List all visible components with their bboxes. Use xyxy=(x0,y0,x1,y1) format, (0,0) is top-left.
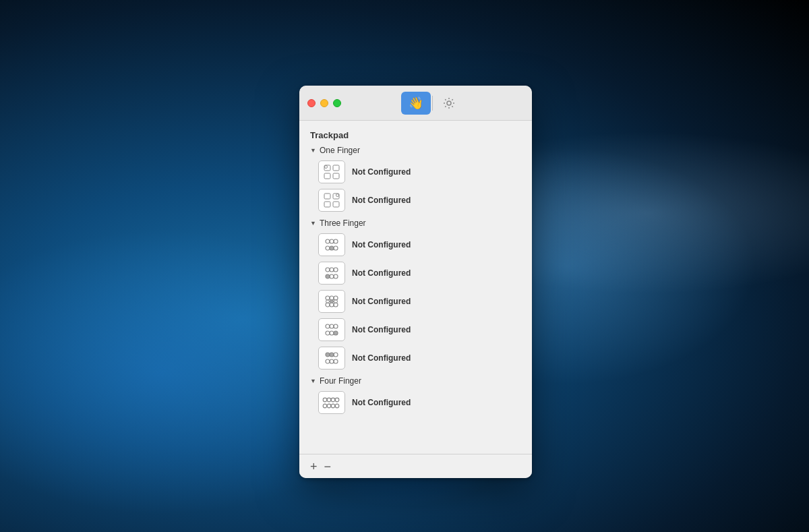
group-header-one-finger[interactable]: ▼ One Finger xyxy=(299,142,532,158)
svg-point-50 xyxy=(331,404,335,408)
gesture-icon-of-2 xyxy=(318,189,345,212)
group-label-one-finger: One Finger xyxy=(320,146,360,155)
group-header-three-finger[interactable]: ▼ Three Finger xyxy=(299,214,532,231)
three-bottom-icon xyxy=(322,349,342,367)
gesture-item-of-2[interactable]: Not Configured xyxy=(299,186,532,214)
svg-point-13 xyxy=(334,239,338,243)
svg-point-51 xyxy=(335,404,339,408)
triangle-icon-four: ▼ xyxy=(310,378,316,384)
svg-point-17 xyxy=(326,268,330,272)
gesture-label-tf-4: Not Configured xyxy=(352,325,411,334)
svg-point-22 xyxy=(334,274,338,278)
svg-point-21 xyxy=(330,274,334,278)
svg-point-38 xyxy=(326,353,330,357)
toolbar-divider xyxy=(432,96,433,111)
add-button[interactable]: + xyxy=(309,461,319,473)
gesture-label-of-2: Not Configured xyxy=(352,196,411,205)
one-finger-tl-icon xyxy=(323,164,340,180)
svg-rect-5 xyxy=(333,173,339,179)
svg-rect-9 xyxy=(324,202,330,207)
svg-point-37 xyxy=(334,331,338,335)
content-area: Trackpad ▼ One Finger Not Configur xyxy=(299,121,532,454)
gesture-item-tf-5[interactable]: Not Configured xyxy=(299,344,532,372)
gesture-item-of-1[interactable]: Not Configured xyxy=(299,158,532,186)
preferences-button[interactable] xyxy=(434,92,464,115)
gesture-label-of-1: Not Configured xyxy=(352,167,411,177)
gesture-label-ff-1: Not Configured xyxy=(352,398,411,407)
svg-point-43 xyxy=(334,359,338,363)
svg-rect-3 xyxy=(333,165,339,171)
three-left-icon xyxy=(322,264,342,282)
group-label-four-finger: Four Finger xyxy=(320,376,361,386)
triangle-icon: ▼ xyxy=(310,147,316,154)
svg-point-41 xyxy=(326,359,330,363)
bottom-bar: + − xyxy=(299,454,532,478)
four-top-icon xyxy=(320,394,343,411)
gesture-icon-ff-1 xyxy=(318,391,345,414)
remove-button[interactable]: − xyxy=(323,461,333,473)
gesture-item-tf-1[interactable]: Not Configured xyxy=(299,231,532,259)
group-header-four-finger[interactable]: ▼ Four Finger xyxy=(299,372,532,388)
traffic-lights xyxy=(307,99,341,107)
gesture-settings-button[interactable]: 👋 xyxy=(401,92,431,115)
svg-point-33 xyxy=(330,324,334,328)
svg-point-18 xyxy=(330,268,334,272)
svg-point-46 xyxy=(331,398,335,402)
triangle-icon-three: ▼ xyxy=(310,220,316,227)
svg-point-49 xyxy=(327,404,331,408)
titlebar: 👋 xyxy=(299,86,532,121)
gesture-label-tf-5: Not Configured xyxy=(352,353,411,363)
hand-icon: 👋 xyxy=(409,96,423,111)
svg-point-48 xyxy=(323,404,327,408)
svg-point-47 xyxy=(335,398,339,402)
gear-icon xyxy=(443,97,455,109)
main-window: 👋 Trackpad ▼ One Finger xyxy=(299,86,532,478)
gesture-item-tf-4[interactable]: Not Configured xyxy=(299,316,532,344)
three-center-icon xyxy=(322,293,342,310)
gesture-item-tf-2[interactable]: Not Configured xyxy=(299,259,532,287)
gesture-icon-of-1 xyxy=(318,160,345,183)
gesture-icon-tf-1 xyxy=(318,233,345,256)
svg-point-32 xyxy=(326,324,330,328)
svg-point-39 xyxy=(330,353,334,357)
svg-point-16 xyxy=(334,246,338,250)
svg-point-34 xyxy=(334,324,338,328)
gesture-icon-tf-2 xyxy=(318,262,345,285)
section-title: Trackpad xyxy=(299,127,532,142)
gesture-label-tf-2: Not Configured xyxy=(352,268,411,278)
gesture-item-ff-1[interactable]: Not Configured xyxy=(299,388,532,417)
svg-point-19 xyxy=(334,268,338,272)
svg-point-20 xyxy=(326,274,330,278)
svg-point-42 xyxy=(330,359,334,363)
maximize-button[interactable] xyxy=(333,99,341,107)
scroll-content[interactable]: Trackpad ▼ One Finger Not Configur xyxy=(299,121,532,454)
toolbar: 👋 xyxy=(341,92,524,115)
one-finger-tr-icon xyxy=(323,192,340,208)
gesture-item-tf-3[interactable]: Not Configured xyxy=(299,287,532,316)
svg-point-36 xyxy=(330,331,334,335)
svg-rect-6 xyxy=(324,194,330,199)
svg-point-30 xyxy=(330,300,334,303)
svg-point-12 xyxy=(330,239,334,243)
svg-point-8 xyxy=(336,194,339,197)
minimize-button[interactable] xyxy=(320,99,328,107)
svg-point-40 xyxy=(334,353,338,357)
gesture-icon-tf-4 xyxy=(318,318,345,341)
three-right-icon xyxy=(322,321,342,338)
gesture-label-tf-3: Not Configured xyxy=(352,297,411,306)
svg-rect-4 xyxy=(324,173,330,179)
svg-point-11 xyxy=(326,239,330,243)
svg-point-45 xyxy=(327,398,331,402)
close-button[interactable] xyxy=(307,99,316,107)
group-label-three-finger: Three Finger xyxy=(320,218,366,228)
svg-point-0 xyxy=(447,101,451,105)
gesture-label-tf-1: Not Configured xyxy=(352,240,411,249)
svg-point-44 xyxy=(323,398,327,402)
svg-rect-10 xyxy=(333,202,339,207)
gesture-icon-tf-3 xyxy=(318,290,345,313)
svg-point-14 xyxy=(326,246,330,250)
svg-point-35 xyxy=(326,331,330,335)
svg-point-15 xyxy=(330,246,334,250)
gesture-icon-tf-5 xyxy=(318,347,345,370)
three-top-icon xyxy=(322,236,342,254)
